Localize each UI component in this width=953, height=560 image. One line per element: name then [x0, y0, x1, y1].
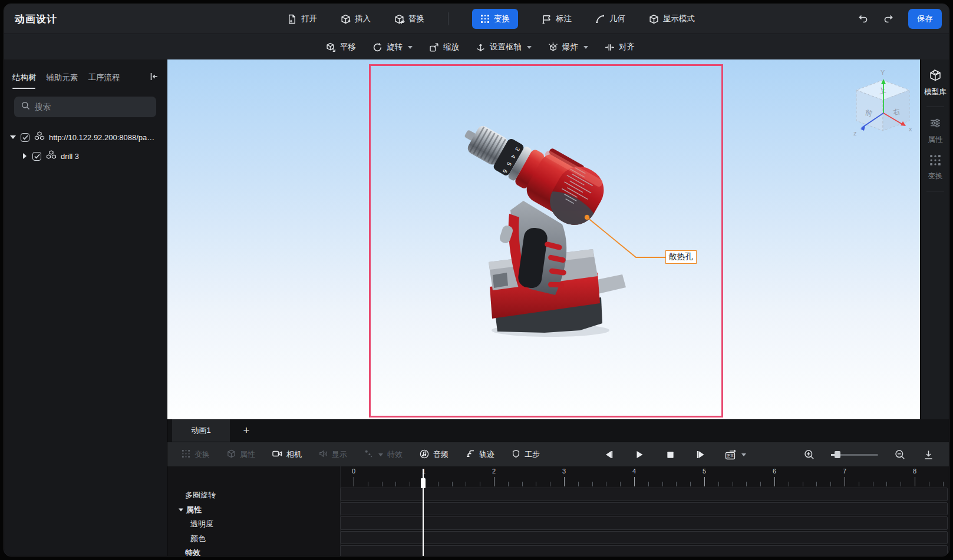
set-pivot-button[interactable]: 设置枢轴	[476, 42, 532, 52]
cube-swap-icon	[394, 14, 404, 24]
track-step-button[interactable]: 工步	[512, 449, 540, 460]
transform-button[interactable]: 变换	[472, 9, 518, 29]
panel-transform[interactable]: 变换	[921, 145, 949, 181]
step-back-button[interactable]	[602, 448, 615, 461]
ruler-tick-label: 0	[352, 468, 355, 475]
track-lane-rotation[interactable]	[340, 488, 948, 501]
track-display-button[interactable]: 显示	[319, 449, 347, 460]
timeline-zoom-slider[interactable]	[831, 454, 878, 456]
sparkle-icon	[364, 449, 373, 460]
explode-button[interactable]: 爆炸	[548, 42, 588, 52]
track-row-opacity[interactable]: 透明度	[190, 519, 213, 529]
scale-label: 缩放	[443, 42, 459, 52]
tab-process-flow[interactable]: 工序流程	[88, 72, 120, 89]
redo-button[interactable]	[882, 12, 895, 25]
track-lane-opacity[interactable]	[340, 516, 948, 530]
pivot-axes-icon	[476, 42, 486, 52]
expand-collapse-icon[interactable]	[179, 508, 183, 511]
tree-row-package[interactable]: http://10.122.92.200:8088/pack...	[4, 129, 167, 145]
drill-model[interactable]: 12 V	[167, 59, 920, 419]
assembly-icon	[46, 150, 57, 162]
undo-button[interactable]	[856, 12, 869, 25]
track-property-button[interactable]: 属性	[227, 449, 255, 460]
annotation-anchor-dot	[585, 215, 589, 220]
track-lane-color[interactable]	[340, 531, 948, 545]
tree-row-drill[interactable]: drill 3	[4, 148, 167, 164]
transform-grid-icon	[480, 14, 490, 24]
rotate-label: 旋转	[387, 42, 403, 52]
playhead-handle[interactable]	[421, 478, 426, 488]
structure-sidebar: 结构树 辅助元素 工序流程 搜索 http://10.122.92.200:80…	[4, 59, 167, 556]
play-button[interactable]	[633, 448, 646, 461]
annotation-label[interactable]: 散热孔	[665, 250, 697, 264]
track-effects-button[interactable]: 特效	[364, 449, 403, 460]
panel-properties[interactable]: 属性	[921, 107, 949, 145]
track-trajectory-button[interactable]: 轨迹	[466, 449, 494, 460]
timeline-ruler[interactable]: 0 1 2 3 4 5 6 7 8	[167, 466, 949, 488]
insert-label: 插入	[355, 14, 371, 24]
camera-icon	[272, 449, 282, 460]
track-lane-effects[interactable]	[340, 545, 948, 556]
track-step-label: 工步	[525, 449, 540, 460]
tab-structure-tree[interactable]: 结构树	[12, 72, 37, 89]
animation-tab[interactable]: 动画1	[172, 419, 230, 442]
transform-grid-icon	[182, 449, 190, 460]
add-animation-tab-button[interactable]: +	[239, 423, 253, 438]
panel-model-library[interactable]: 模型库	[921, 59, 949, 97]
viewport-3d[interactable]: 12 V	[167, 59, 920, 419]
save-button[interactable]: 保存	[908, 9, 942, 29]
search-input[interactable]: 搜索	[14, 97, 156, 117]
transform-label: 变换	[494, 14, 510, 24]
set-pivot-label: 设置枢轴	[490, 42, 522, 52]
scale-button[interactable]: 缩放	[429, 42, 459, 52]
timeline-zoom-controls	[803, 442, 935, 467]
ruler-tick-label: 6	[773, 468, 776, 475]
align-icon	[605, 42, 615, 52]
open-file-icon	[287, 14, 297, 24]
checkbox-checked[interactable]	[32, 152, 41, 161]
timeline-toolbar: 变换 属性 相机 显示 特效	[167, 442, 949, 466]
track-row-property[interactable]: 属性	[178, 505, 202, 515]
track-row-rotation[interactable]: 多圈旋转	[185, 490, 216, 501]
track-label-text: 特效	[185, 548, 200, 556]
expand-collapse-icon[interactable]	[22, 153, 28, 159]
display-mode-button[interactable]: 显示模式	[649, 14, 695, 24]
expand-collapse-icon[interactable]	[10, 135, 16, 139]
zoom-out-icon[interactable]	[893, 448, 906, 461]
replace-button[interactable]: 替换	[394, 14, 424, 24]
step-forward-button[interactable]	[694, 448, 707, 461]
transform-panel-label: 变换	[928, 171, 943, 181]
search-icon	[21, 101, 30, 112]
track-row-effects[interactable]: 特效	[185, 548, 200, 556]
geometry-button[interactable]: 几何	[595, 14, 625, 24]
zoom-in-icon[interactable]	[803, 448, 816, 461]
export-download-icon[interactable]	[922, 448, 935, 461]
playback-controls: 正常	[602, 442, 746, 467]
track-display-label: 显示	[332, 449, 347, 460]
slider-handle[interactable]	[835, 451, 840, 458]
speed-selector[interactable]: 正常	[725, 449, 746, 460]
nav-cube[interactable]: 上 前 右 Y x z	[853, 69, 912, 137]
annotate-button[interactable]: 标注	[542, 14, 572, 24]
track-audio-button[interactable]: 音频	[420, 449, 449, 460]
ruler-ticks	[354, 477, 948, 486]
align-button[interactable]: 对齐	[605, 42, 635, 52]
track-camera-button[interactable]: 相机	[272, 449, 302, 460]
axis-z-label: z	[853, 130, 857, 137]
stop-button[interactable]	[664, 448, 677, 461]
track-lane-property[interactable]	[340, 502, 948, 516]
pan-button[interactable]: 平移	[326, 42, 356, 52]
ruler-tick-label: 7	[843, 468, 846, 475]
insert-button[interactable]: 插入	[341, 14, 371, 24]
axis-y-label: Y	[881, 69, 885, 76]
checkbox-checked[interactable]	[21, 133, 29, 142]
track-row-color[interactable]: 颜色	[190, 534, 206, 544]
track-transform-button[interactable]: 变换	[182, 449, 210, 460]
arc-icon	[595, 14, 605, 24]
model-library-cube-icon	[929, 69, 942, 84]
collapse-sidebar-button[interactable]	[149, 71, 159, 84]
page-title: 动画设计	[15, 12, 57, 26]
tab-auxiliary-elements[interactable]: 辅助元素	[47, 72, 78, 89]
rotate-button[interactable]: 旋转	[372, 42, 413, 52]
open-button[interactable]: 打开	[287, 14, 317, 24]
